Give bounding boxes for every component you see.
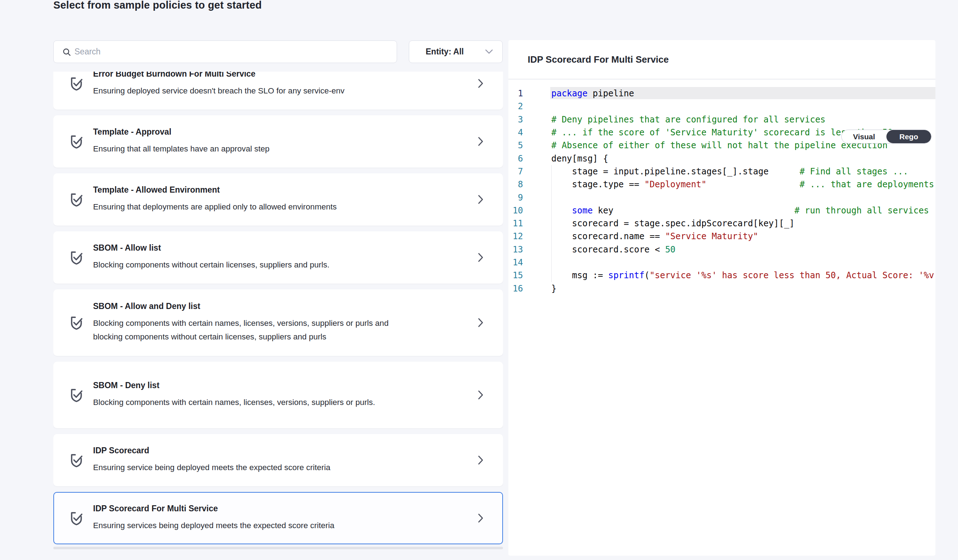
policy-description: Blocking components with certain names, …: [93, 317, 408, 344]
code-text: deny[msg] {: [551, 154, 608, 163]
policy-text: SBOM - Allow list Blocking components wi…: [93, 243, 470, 272]
policy-list: Error Budget Burndown For Multi Service …: [53, 71, 503, 544]
shield-check-icon: [68, 75, 85, 92]
policy-text: SBOM - Deny list Blocking components wit…: [93, 381, 470, 409]
code-text: msg := sprintf("service '%s' has score l…: [551, 270, 936, 280]
search-box: [53, 40, 397, 63]
policy-list-viewport: Error Budget Burndown For Multi Service …: [53, 71, 503, 546]
policy-description: Blocking components without certain lice…: [93, 258, 408, 272]
policy-card[interactable]: IDP Scorecard Ensuring service being dep…: [53, 434, 503, 486]
code-line: 15 msg := sprintf("service '%s' has scor…: [508, 269, 936, 282]
code-text: stage.type == "Deployment" # ... that ar…: [551, 179, 934, 189]
shield-check-icon: [68, 191, 85, 208]
chevron-right-icon[interactable]: [477, 195, 484, 204]
line-number: 6: [508, 154, 523, 163]
policy-title: Template - Approval: [93, 127, 470, 137]
code-line: 13 scorecard.score < 50: [508, 243, 936, 256]
policy-card[interactable]: SBOM - Deny list Blocking components wit…: [53, 362, 503, 428]
line-number: 5: [508, 140, 523, 151]
policy-list-scrollbar[interactable]: [53, 547, 503, 549]
policy-text: IDP Scorecard Ensuring service being dep…: [93, 446, 470, 474]
code-line: 16 }: [508, 282, 936, 295]
sample-policies-page: { "colors": { "accent": "#3b7be4", "togg…: [0, 0, 958, 560]
policy-card[interactable]: Template - Allowed Environment Ensuring …: [53, 173, 503, 225]
line-number: 11: [508, 219, 523, 228]
code-line: 9: [508, 191, 936, 204]
code-line: 14: [508, 256, 936, 269]
line-number: 10: [508, 206, 523, 216]
policy-text: Template - Approval Ensuring that all te…: [93, 127, 470, 156]
code-line: 2: [508, 100, 936, 113]
policy-card[interactable]: Error Budget Burndown For Multi Service …: [53, 71, 503, 109]
code-text: scorecard = stage.spec.idpScorecard[key]…: [551, 219, 795, 228]
policy-description: Ensuring services being deployed meets t…: [93, 519, 408, 532]
shield-check-icon: [68, 249, 85, 266]
policy-description: Ensuring that deployments are applied on…: [93, 200, 408, 214]
policy-detail-panel: IDP Scorecard For Multi Service 1 packag…: [508, 40, 936, 556]
code-text: scorecard.score < 50: [551, 244, 676, 255]
policy-text: Template - Allowed Environment Ensuring …: [93, 185, 470, 214]
view-toggle: Visual Rego: [841, 130, 931, 144]
line-number: 1: [508, 89, 523, 98]
policy-text: IDP Scorecard For Multi Service Ensuring…: [93, 504, 470, 532]
code-line: 10 some key # run through all services: [508, 204, 936, 217]
code-line: 11 scorecard = stage.spec.idpScorecard[k…: [508, 217, 936, 230]
line-number: 7: [508, 167, 523, 176]
policy-title: Template - Allowed Environment: [93, 185, 470, 195]
policy-card[interactable]: SBOM - Allow and Deny list Blocking comp…: [53, 289, 503, 356]
shield-check-icon: [68, 452, 85, 469]
code-text: package pipeline: [551, 89, 634, 98]
code-text: }: [551, 284, 556, 293]
chevron-down-icon: [485, 49, 493, 54]
line-number: 12: [508, 231, 523, 241]
code-line: 3 # Deny pipelines that are configured f…: [508, 113, 936, 126]
panel-header: IDP Scorecard For Multi Service: [508, 40, 936, 79]
entity-filter-label: Entity: All: [426, 47, 464, 57]
code-text: some key # run through all services: [551, 206, 929, 216]
policy-title: SBOM - Allow list: [93, 243, 470, 253]
policy-title: SBOM - Deny list: [93, 381, 470, 390]
line-number: 9: [508, 193, 523, 203]
chevron-right-icon[interactable]: [477, 318, 484, 327]
policy-text: Error Budget Burndown For Multi Service …: [93, 71, 470, 98]
chevron-right-icon[interactable]: [477, 390, 484, 400]
chevron-right-icon[interactable]: [477, 137, 484, 146]
chevron-right-icon[interactable]: [477, 79, 484, 88]
chevron-right-icon[interactable]: [477, 253, 484, 262]
policy-title: IDP Scorecard For Multi Service: [93, 504, 470, 514]
line-number: 16: [508, 284, 523, 293]
line-number: 14: [508, 257, 523, 268]
policy-text: SBOM - Allow and Deny list Blocking comp…: [93, 301, 470, 344]
search-icon: [62, 48, 71, 57]
line-number: 2: [508, 102, 523, 111]
search-input[interactable]: [75, 41, 390, 62]
toggle-visual-button[interactable]: Visual: [842, 130, 887, 143]
page-title: Select from sample policies to get start…: [53, 0, 262, 11]
code-lines: 1 package pipeline 2 3 # Deny pipelines …: [508, 87, 936, 295]
chevron-right-icon[interactable]: [477, 455, 484, 465]
code-text: stage = input.pipeline.stages[_].stage #…: [551, 167, 908, 176]
policy-description: Ensuring that all templates have an appr…: [93, 142, 408, 156]
line-number: 13: [508, 244, 523, 255]
policy-description: Blocking components with certain names, …: [93, 396, 408, 409]
policy-description: Ensuring service being deployed meets th…: [93, 461, 408, 474]
line-number: 15: [508, 270, 523, 280]
policy-card[interactable]: Template - Approval Ensuring that all te…: [53, 115, 503, 168]
line-number: 8: [508, 179, 523, 189]
policy-description: Ensuring deployed service doesn't breach…: [93, 84, 408, 98]
shield-check-icon: [68, 510, 85, 527]
entity-filter-dropdown[interactable]: Entity: All: [409, 40, 503, 63]
toggle-rego-button[interactable]: Rego: [887, 130, 931, 143]
line-number: 4: [508, 127, 523, 138]
policy-title: Error Budget Burndown For Multi Service: [93, 71, 470, 79]
policy-card[interactable]: SBOM - Allow list Blocking components wi…: [53, 231, 503, 284]
policy-title: IDP Scorecard: [93, 446, 470, 455]
code-text: # Deny pipelines that are configured for…: [551, 114, 826, 125]
line-number: 3: [508, 114, 523, 125]
code-line: 12 scorecard.name == "Service Maturity": [508, 230, 936, 243]
policy-card[interactable]: IDP Scorecard For Multi Service Ensuring…: [53, 492, 503, 544]
code-line: 1 package pipeline: [508, 87, 936, 100]
code-text: scorecard.name == "Service Maturity": [551, 231, 758, 241]
chevron-right-icon[interactable]: [477, 514, 484, 523]
code-editor[interactable]: 1 package pipeline 2 3 # Deny pipelines …: [508, 79, 936, 556]
